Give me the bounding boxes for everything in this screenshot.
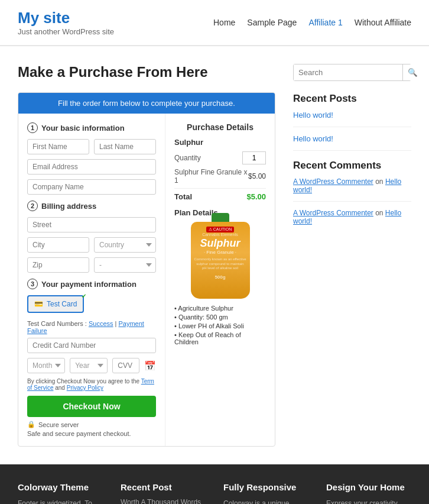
first-name-input[interactable]	[27, 139, 89, 154]
footer-col1-text: Footer is widgetized. To setup the foote…	[18, 498, 103, 504]
bullet-1: Agriculture Sulphur	[174, 305, 266, 312]
page-title: Make a Purchase From Here	[18, 64, 275, 80]
bullet-2: Quantity: 500 gm	[174, 314, 266, 321]
card-icon: 💳	[34, 300, 43, 308]
recent-post-2[interactable]: Hello world!	[293, 134, 411, 143]
safe-text: Safe and secure payment checkout.	[27, 430, 156, 437]
footer-col-1: Colorway Theme Footer is widgetized. To …	[18, 482, 103, 504]
section1-num: 1	[27, 122, 38, 133]
brand-tagline: · Fine Granule ·	[204, 250, 236, 255]
cc-input[interactable]	[27, 338, 156, 353]
expiry-row: Month Year 📅	[27, 358, 156, 373]
company-input[interactable]	[27, 179, 156, 195]
card-button-wrapper: 💳 Test Card ✔	[27, 295, 84, 316]
footer-col-2: Recent Post Worth A Thousand Words Categ…	[121, 482, 206, 504]
plan-bullets: Agriculture Sulphur Quantity: 500 gm Low…	[174, 305, 266, 345]
test-card-button[interactable]: 💳 Test Card	[27, 295, 84, 313]
product-image: ⚠ CAUTION Cannabis Elements Sulphur · Fi…	[191, 222, 250, 299]
content-area: Make a Purchase From Here Fill the order…	[18, 64, 275, 447]
zip-row: -	[27, 257, 156, 273]
street-row	[27, 217, 156, 232]
line-item-row: Sulphur Fine Granule x 1 $5.00	[174, 168, 266, 185]
terms-text: By clicking Checkout Now you agree to th…	[27, 378, 156, 391]
search-box: 🔍	[293, 64, 411, 81]
main-nav: Home Sample Page Affiliate 1 Without Aff…	[213, 18, 411, 27]
email-row	[27, 159, 156, 175]
section3-num: 3	[27, 279, 38, 289]
bottle-body: ⚠ CAUTION Cannabis Elements Sulphur · Fi…	[191, 222, 250, 299]
sidebar: 🔍 Recent Posts Hello world! Hello world!…	[293, 64, 411, 447]
checkout-button[interactable]: Checkout Now	[27, 396, 156, 417]
country-select[interactable]: Country	[94, 237, 156, 253]
footer-col-3: Fully Responsive Colorway is a unique re…	[223, 482, 308, 504]
card-check-icon: ✔	[82, 293, 86, 299]
sidebar-divider-1	[293, 127, 411, 127]
quantity-row: Quantity	[174, 151, 266, 164]
zip-select[interactable]: -	[94, 257, 156, 273]
lock-icon: 🔒	[27, 421, 35, 428]
bullet-3: Lower PH of Alkali Soli	[174, 322, 266, 329]
brand-sub: Cannabis Elements	[202, 232, 238, 237]
nav-without-affiliate[interactable]: Without Affiliate	[355, 18, 411, 27]
purchase-details-title: Purchase Details	[174, 122, 266, 132]
site-tagline: Just another WordPress site	[18, 27, 114, 36]
nav-affiliate1[interactable]: Affiliate 1	[308, 18, 342, 27]
section1-title: 1 Your basic information	[27, 122, 156, 133]
site-title: My site	[18, 9, 114, 27]
caution-label: ⚠ CAUTION	[206, 227, 234, 232]
year-select[interactable]: Year	[70, 358, 108, 373]
privacy-link[interactable]: Privacy Policy	[67, 385, 103, 391]
comment-2: A WordPress Commenter on Hello world!	[293, 209, 411, 225]
success-link[interactable]: Success	[89, 320, 113, 327]
zip-input[interactable]	[27, 257, 89, 273]
email-input[interactable]	[27, 159, 156, 175]
cvv-input[interactable]	[112, 358, 139, 373]
product-name: Sulphur	[174, 138, 266, 147]
total-row: Total $5.00	[174, 188, 266, 201]
nav-home[interactable]: Home	[213, 18, 235, 27]
cc-row	[27, 338, 156, 353]
recent-comments-title: Recent Comments	[293, 160, 411, 172]
comment-1: A WordPress Commenter on Hello world!	[293, 177, 411, 194]
search-input[interactable]	[294, 64, 402, 80]
recent-post-1[interactable]: Hello world!	[293, 111, 411, 119]
footer-col3-text: Colorway is a unique responsive WordPres…	[223, 498, 308, 504]
search-button[interactable]: 🔍	[402, 64, 422, 80]
last-name-input[interactable]	[94, 139, 156, 154]
footer-post-1[interactable]: Worth A Thousand Words	[121, 498, 206, 504]
bullet-4: Keep Out of Reach of Children	[174, 331, 266, 345]
footer-main: Colorway Theme Footer is widgetized. To …	[0, 464, 429, 504]
brand-title: Sulphur	[200, 238, 240, 250]
purchase-form-box: Fill the order form below to complete yo…	[18, 92, 275, 447]
form-body: 1 Your basic information	[18, 114, 275, 446]
main-content: Make a Purchase From Here Fill the order…	[0, 46, 429, 464]
footer-col2-title: Recent Post	[121, 482, 206, 492]
footer-col-4: Design Your Home Express your creativity…	[326, 482, 411, 504]
section3-title: 3 Your payment information	[27, 279, 156, 289]
footer-col4-text: Express your creativity, find inspiratio…	[326, 498, 411, 504]
name-row	[27, 139, 156, 154]
nav-sample-page[interactable]: Sample Page	[247, 18, 297, 27]
brand-desc: Commonly known as an effective sulphur c…	[191, 257, 250, 271]
test-card-text: Test Card Numbers : Success | Payment Fa…	[27, 320, 156, 334]
form-left: 1 Your basic information	[18, 114, 165, 446]
search-icon: 🔍	[408, 68, 418, 77]
calendar-icon: 📅	[144, 358, 156, 373]
city-country-row: Country	[27, 237, 156, 253]
sidebar-divider-2	[293, 150, 411, 151]
form-header: Fill the order form below to complete yo…	[18, 93, 275, 114]
sidebar-divider-3	[293, 201, 411, 202]
recent-posts-title: Recent Posts	[293, 93, 411, 105]
commenter-2[interactable]: A WordPress Commenter	[293, 209, 373, 217]
footer-col3-title: Fully Responsive	[223, 482, 308, 492]
commenter-1[interactable]: A WordPress Commenter	[293, 177, 373, 186]
street-input[interactable]	[27, 217, 156, 232]
section2-num: 2	[27, 201, 38, 211]
city-input[interactable]	[27, 237, 89, 253]
month-select[interactable]: Month	[27, 358, 65, 373]
footer-col4-title: Design Your Home	[326, 482, 411, 492]
quantity-input[interactable]	[242, 151, 266, 164]
section2-title: 2 Billing address	[27, 201, 156, 211]
site-branding: My site Just another WordPress site	[18, 9, 114, 36]
footer-col1-title: Colorway Theme	[18, 482, 103, 492]
